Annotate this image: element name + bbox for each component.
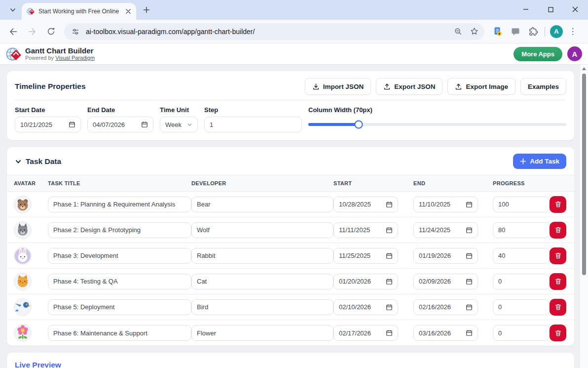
developer-input[interactable]	[191, 197, 333, 212]
calendar-icon[interactable]	[466, 304, 473, 311]
end-date-input[interactable]: 04/07/2026	[87, 117, 153, 132]
trash-icon	[554, 226, 562, 234]
delete-task-button[interactable]	[550, 299, 566, 316]
start-date-input[interactable]: 10/21/2025	[15, 117, 81, 132]
calendar-icon[interactable]	[386, 252, 393, 259]
end-date-input[interactable]: 01/19/2026	[413, 248, 478, 264]
delete-task-button[interactable]	[550, 222, 566, 239]
start-date-input[interactable]: 11/25/2025	[333, 248, 398, 264]
start-date-input[interactable]: 10/28/2025	[333, 197, 398, 212]
end-date-input[interactable]: 11/10/2025	[413, 197, 478, 212]
end-date-input[interactable]: 03/16/2026	[413, 325, 478, 341]
calendar-icon[interactable]	[141, 121, 148, 128]
progress-input[interactable]	[493, 299, 550, 315]
developer-input[interactable]	[191, 222, 333, 238]
toolbar-divider	[545, 27, 545, 37]
step-input[interactable]	[204, 117, 302, 132]
developer-input[interactable]	[191, 325, 333, 341]
start-date-input[interactable]: 02/10/2026	[333, 299, 398, 315]
column-width-field: Column Width (70px)	[308, 106, 566, 132]
scrollbar-thumb[interactable]	[582, 74, 586, 275]
export-image-button[interactable]: Export Image	[447, 78, 515, 95]
task-title-input[interactable]	[48, 274, 191, 289]
user-avatar[interactable]: A	[567, 46, 582, 61]
page-content: Timeline Properties Import JSON Export J…	[0, 65, 588, 368]
bear-avatar-icon	[14, 196, 32, 213]
delete-task-button[interactable]	[550, 196, 566, 213]
examples-button[interactable]: Examples	[520, 78, 566, 95]
browser-tab[interactable]: Start Working with Free Online	[22, 3, 136, 20]
back-button[interactable]	[5, 23, 22, 40]
developer-input[interactable]	[191, 248, 333, 264]
progress-input[interactable]	[493, 274, 550, 289]
start-date-input[interactable]: 02/17/2026	[333, 325, 398, 341]
task-title-input[interactable]	[48, 325, 191, 341]
collapse-chevron-icon[interactable]	[15, 158, 22, 165]
start-date-value: 02/10/2026	[339, 303, 371, 311]
close-window-button[interactable]	[570, 4, 580, 14]
more-apps-button[interactable]: More Apps	[514, 47, 562, 61]
import-json-button[interactable]: Import JSON	[305, 78, 371, 95]
upload-icon	[383, 83, 391, 90]
browser-profile-avatar[interactable]: A	[550, 25, 563, 38]
zoom-page-icon[interactable]	[453, 26, 464, 37]
developer-input[interactable]	[191, 274, 333, 289]
new-tab-button[interactable]	[140, 3, 153, 16]
calendar-icon[interactable]	[466, 201, 473, 208]
task-title-input[interactable]	[48, 248, 191, 264]
browser-toolbar: ai-toolbox.visual-paradigm.com/app/gantt…	[0, 20, 588, 43]
task-title-input[interactable]	[48, 299, 191, 315]
url-text[interactable]: ai-toolbox.visual-paradigm.com/app/gantt…	[86, 28, 448, 36]
doc-download-extension-icon[interactable]	[491, 25, 504, 38]
minimize-button[interactable]	[521, 4, 531, 14]
developer-input[interactable]	[191, 299, 333, 315]
calendar-icon[interactable]	[386, 201, 393, 208]
feedback-extension-icon[interactable]	[509, 25, 522, 38]
address-bar[interactable]: ai-toolbox.visual-paradigm.com/app/gantt…	[64, 23, 484, 40]
calendar-icon[interactable]	[466, 329, 473, 336]
calendar-icon[interactable]	[466, 227, 473, 234]
progress-input[interactable]	[493, 197, 550, 212]
end-date-input[interactable]: 11/24/2025	[413, 222, 478, 238]
delete-task-button[interactable]	[550, 325, 566, 341]
page-scrollbar[interactable]	[580, 65, 588, 368]
delete-task-button[interactable]	[550, 273, 566, 290]
calendar-icon[interactable]	[386, 227, 393, 234]
tab-search-button[interactable]	[6, 3, 20, 17]
trash-icon	[554, 252, 562, 259]
visual-paradigm-link[interactable]: Visual Paradigm	[55, 55, 95, 61]
task-title-input[interactable]	[48, 197, 191, 212]
powered-by: Powered by Visual Paradigm	[25, 55, 95, 61]
time-unit-select[interactable]: Week	[160, 117, 198, 132]
table-row: 02/10/2026 02/16/2026	[7, 294, 574, 320]
add-task-button[interactable]: Add Task	[513, 154, 566, 169]
calendar-icon[interactable]	[466, 278, 473, 285]
task-title-input[interactable]	[48, 222, 191, 238]
calendar-icon[interactable]	[386, 329, 393, 336]
tab-close-icon[interactable]	[124, 7, 132, 15]
delete-task-button[interactable]	[550, 247, 566, 264]
bookmark-star-icon[interactable]	[469, 26, 479, 37]
calendar-icon[interactable]	[466, 252, 473, 259]
forward-button[interactable]	[24, 23, 40, 40]
end-date-input[interactable]: 02/09/2026	[413, 274, 478, 289]
start-date-input[interactable]: 01/20/2026	[333, 274, 398, 289]
task-data-card: Task Data Add Task AVATAR TASK TITLE DEV…	[7, 147, 574, 346]
column-width-slider[interactable]	[308, 123, 566, 126]
browser-menu-icon[interactable]: ⋮	[568, 26, 578, 37]
scrollbar-up-arrow-icon[interactable]	[582, 67, 586, 70]
progress-input[interactable]	[493, 248, 550, 264]
calendar-icon[interactable]	[386, 304, 393, 311]
reload-button[interactable]	[42, 23, 59, 40]
progress-input[interactable]	[493, 325, 550, 341]
start-date-input[interactable]: 11/11/2025	[333, 222, 398, 238]
progress-input[interactable]	[493, 222, 550, 238]
calendar-icon[interactable]	[69, 121, 75, 128]
export-json-button[interactable]: Export JSON	[376, 78, 442, 95]
extensions-puzzle-icon[interactable]	[527, 25, 540, 38]
end-date-input[interactable]: 02/16/2026	[413, 299, 478, 315]
slider-thumb[interactable]	[354, 121, 363, 129]
calendar-icon[interactable]	[386, 278, 393, 285]
maximize-button[interactable]	[546, 4, 555, 14]
site-controls-icon[interactable]	[70, 26, 81, 37]
